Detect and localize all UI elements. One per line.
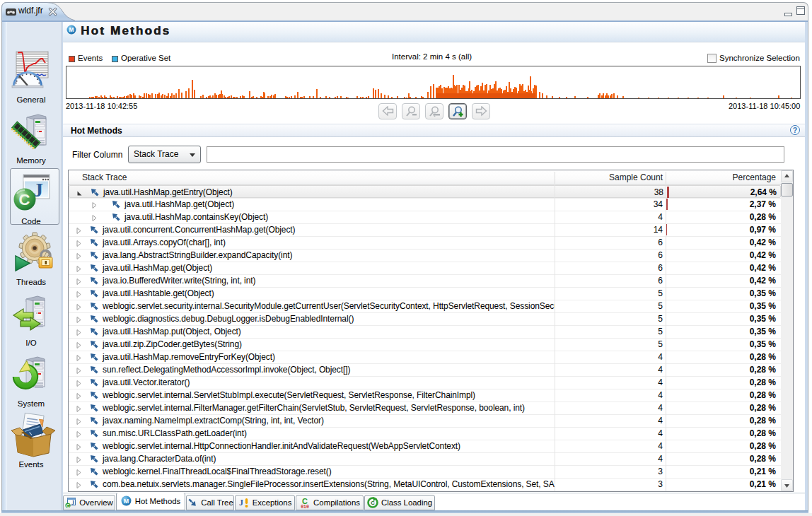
- svg-text:M: M: [124, 498, 129, 505]
